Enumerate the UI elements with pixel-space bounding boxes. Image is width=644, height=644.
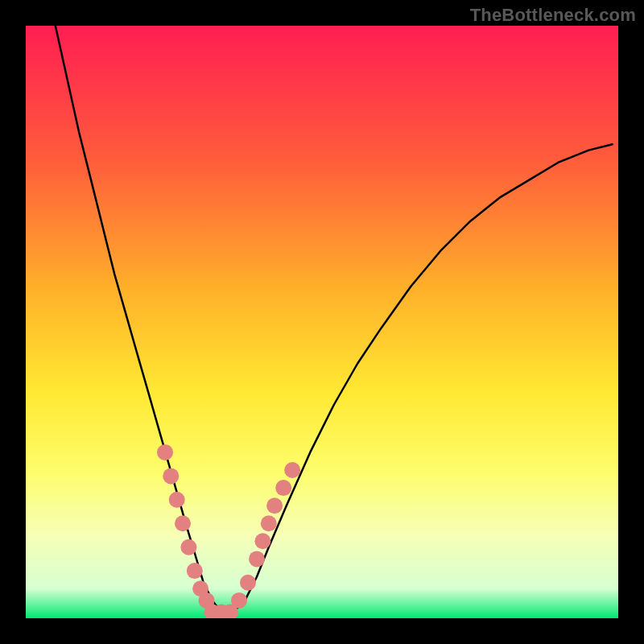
highlight-dot (284, 462, 300, 478)
highlight-dot (175, 515, 191, 531)
highlight-dot (275, 480, 291, 496)
heatmap-background (26, 26, 618, 618)
highlight-dot (180, 539, 196, 555)
highlight-dot (249, 551, 265, 567)
highlight-dot (261, 515, 277, 531)
highlight-dot (187, 563, 203, 579)
highlight-dot (231, 592, 247, 609)
plot-area (26, 26, 618, 618)
highlight-dot (266, 497, 283, 514)
highlight-dot (169, 492, 185, 508)
highlight-dot (240, 575, 256, 591)
watermark-text: TheBottleneck.com (470, 5, 636, 26)
highlight-dot (254, 533, 270, 549)
highlight-dot (157, 444, 173, 460)
chart-frame: TheBottleneck.com (0, 0, 644, 644)
bottleneck-chart-svg (26, 26, 618, 618)
highlight-dot (163, 468, 179, 484)
